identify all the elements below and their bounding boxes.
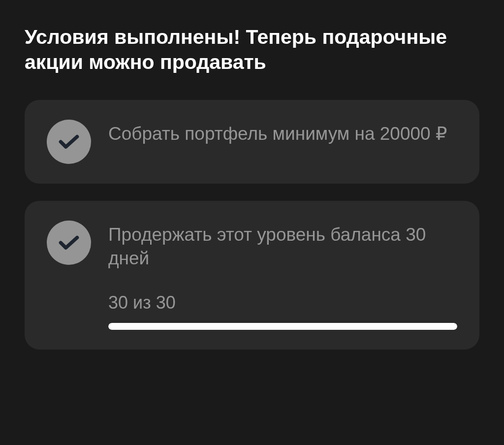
condition-balance-text: Продержать этот уровень баланса 30 дней	[108, 223, 457, 270]
condition-portfolio-text: Собрать портфель минимум на 20000 ₽	[108, 122, 457, 146]
condition-balance: Продержать этот уровень баланса 30 дней …	[25, 201, 479, 350]
progress-section: 30 из 30	[108, 292, 457, 330]
progress-bar-fill	[108, 323, 457, 330]
progress-bar	[108, 323, 457, 330]
condition-balance-content: Продержать этот уровень баланса 30 дней …	[108, 221, 457, 330]
condition-portfolio-content: Собрать портфель минимум на 20000 ₽	[108, 120, 457, 146]
conditions-panel: Условия выполнены! Теперь подарочные акц…	[25, 25, 479, 350]
panel-heading: Условия выполнены! Теперь подарочные акц…	[25, 25, 479, 75]
progress-label: 30 из 30	[108, 292, 457, 313]
check-icon	[47, 221, 91, 265]
check-icon	[47, 120, 91, 164]
condition-portfolio: Собрать портфель минимум на 20000 ₽	[25, 100, 479, 184]
